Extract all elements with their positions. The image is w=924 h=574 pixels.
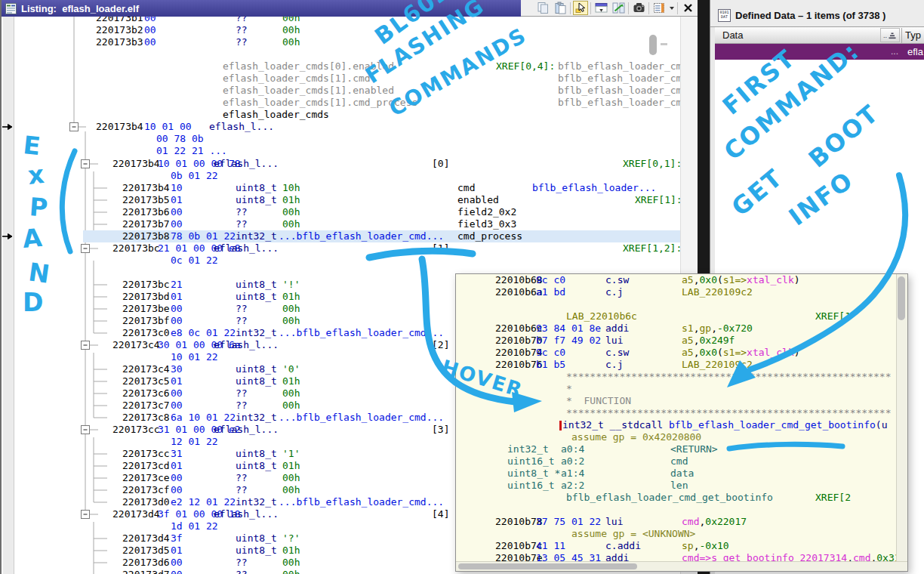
listing-row[interactable]: 220173b410 01 00eflash_l... bbox=[14, 121, 680, 133]
listing-row[interactable]: 220173b501uint8_t01henabledXREF[1]: bbox=[14, 194, 680, 206]
listing-row[interactable]: 220173b600??00hfield2_0x2 bbox=[14, 206, 680, 218]
column-divider[interactable] bbox=[901, 28, 902, 43]
window-title: Listing: eflash_loader.elf bbox=[21, 3, 139, 14]
popup-row[interactable]: 22010b7837 75 01 22luicmd,0x22017 bbox=[456, 516, 896, 528]
popup-row[interactable]: int32_ta0:4<RETURN> bbox=[456, 443, 896, 455]
display-options-icon[interactable] bbox=[651, 1, 667, 15]
popup-vscrollbar-thumb[interactable] bbox=[898, 276, 905, 320]
listing-row[interactable]: eflash_loader_cmds[1].cmdbflb_eflash_loa… bbox=[14, 73, 680, 85]
listing-row[interactable]: 0c 01 22 bbox=[14, 255, 680, 267]
popup-row[interactable]: * FUNCTION bbox=[456, 395, 896, 407]
popup-row[interactable]: 22010b7c41 11c.addisp,-0x10 bbox=[456, 540, 896, 552]
listing-row[interactable]: 220173b100??00h bbox=[14, 17, 680, 24]
listing-titlebar[interactable]: Listing: eflash_loader.elf bbox=[2, 0, 521, 17]
column-header-data[interactable]: Data bbox=[722, 29, 743, 41]
listing-row[interactable]: eflash_loader_cmds[1].enabledbflb_eflash… bbox=[14, 85, 680, 97]
listing-row[interactable]: 0b 01 22 bbox=[14, 170, 680, 182]
listing-row[interactable]: eflash_loader_cmds[0].enabledXREF[0,4]:b… bbox=[14, 60, 680, 73]
popup-row[interactable]: * bbox=[456, 383, 896, 395]
toolbar-separator bbox=[590, 2, 591, 14]
listing-margin bbox=[3, 17, 14, 574]
popup-row[interactable]: 22010b6aa1 bdc.jLAB_220109c2 bbox=[456, 286, 896, 298]
popup-row[interactable]: uint8_t *a1:4data bbox=[456, 468, 896, 480]
popup-row[interactable]: 22010b76b1 b5c.jLAB_220109c2 bbox=[456, 359, 896, 371]
listing-toolbar bbox=[521, 0, 698, 17]
listing-row[interactable]: 220173b200??00h bbox=[14, 24, 680, 36]
listing-row[interactable]: 220173b700??00hfield3_0x3 bbox=[14, 218, 680, 230]
markup-diff-icon[interactable] bbox=[611, 1, 626, 15]
screen: Listing: eflash_loader.elf bbox=[0, 0, 924, 574]
listing-row[interactable]: 01 22 21 ... bbox=[14, 145, 680, 157]
popup-row[interactable]: ****************************************… bbox=[456, 407, 896, 419]
toolbar-separator bbox=[677, 2, 678, 14]
toolbar-separator bbox=[570, 2, 571, 14]
snapshot-icon[interactable] bbox=[631, 1, 646, 15]
listing-row[interactable]: 220173b410 01 00 00 78eflash_l...[0]XREF… bbox=[14, 158, 680, 170]
defined-data-title: Defined Data – 1 items (of 3738 ) bbox=[735, 10, 886, 21]
listing-row[interactable]: eflash_loader_cmds[1].cmd_processbflb_ef… bbox=[14, 97, 680, 109]
listing-row[interactable]: 220173b300??00h bbox=[14, 36, 680, 48]
popup-hscrollbar-thumb[interactable] bbox=[458, 563, 637, 569]
defined-data-icon: 0101 DAT bbox=[718, 9, 731, 22]
paste-icon[interactable] bbox=[553, 1, 568, 15]
popup-row[interactable]: 22010b70b7 f7 49 02luia5,0x249f bbox=[456, 335, 896, 347]
popup-disassembly: 22010b689c c0c.swa5,0x0(s1=>xtal_clk)220… bbox=[456, 274, 896, 561]
listing-row[interactable]: 220173bc21 01 00 00 e8eflash_l...[1]XREF… bbox=[14, 242, 680, 255]
toolbar-separator bbox=[628, 2, 629, 14]
field-header-icon[interactable] bbox=[593, 1, 608, 15]
listing-row[interactable]: 220173b878 0b 01 22int32_t...bflb_eflash… bbox=[14, 230, 680, 242]
popup-row[interactable]: 22010b749c c0c.swa5,0x0(s1=>xtal_clk) bbox=[456, 347, 896, 359]
popup-row[interactable]: bflb_eflash_loader_cmd_get_bootinfoXREF[… bbox=[456, 492, 896, 504]
popup-cursor-caret bbox=[559, 421, 562, 430]
popup-row[interactable]: 22010b689c c0c.swa5,0x0(s1=>xtal_clk) bbox=[456, 274, 896, 286]
popup-row[interactable]: 22010b6c93 84 01 8eaddis1,gp,-0x720 bbox=[456, 322, 896, 335]
popup-row[interactable]: LAB_22010b6cXREF[1 bbox=[456, 310, 896, 322]
cursor-select-icon[interactable] bbox=[573, 1, 588, 15]
listing-row[interactable]: eflash_loader_cmds bbox=[14, 109, 680, 121]
popup-row[interactable]: assume gp = 0x42020800 bbox=[456, 431, 896, 443]
popup-row[interactable]: ****************************************… bbox=[456, 371, 896, 383]
close-icon[interactable] bbox=[680, 1, 695, 15]
listing-scrollbar-mark bbox=[661, 43, 667, 45]
listing-scrollbar-thumb[interactable] bbox=[649, 35, 657, 55]
popup-row[interactable]: int32_t __stdcall bflb_eflash_loader_cmd… bbox=[456, 419, 896, 431]
listing-icon bbox=[5, 3, 17, 14]
copy-icon[interactable] bbox=[535, 1, 550, 15]
selected-row-type-cell: efla bbox=[907, 46, 923, 57]
toolbar-separator bbox=[648, 2, 649, 14]
popup-row[interactable]: uint16_ta0:2cmd bbox=[456, 455, 896, 468]
popup-row[interactable]: 22010b7e13 05 45 31addicmd=>s_get_bootin… bbox=[456, 552, 896, 561]
listing-row[interactable]: 220173b410uint8_t10hcmdbflb_eflash_loade… bbox=[14, 182, 680, 194]
chevron-down-icon[interactable] bbox=[669, 6, 675, 11]
sort-icon[interactable]: .. bbox=[880, 28, 900, 42]
selected-row-data-cell: ... bbox=[891, 46, 898, 57]
column-header-type[interactable]: Typ bbox=[905, 29, 921, 41]
popup-row[interactable]: assume gp = <UNKNOWN> bbox=[456, 528, 896, 540]
listing-row[interactable]: 00 78 0b bbox=[14, 133, 680, 145]
popup-row[interactable]: uint16_ta2:2len bbox=[456, 480, 896, 492]
